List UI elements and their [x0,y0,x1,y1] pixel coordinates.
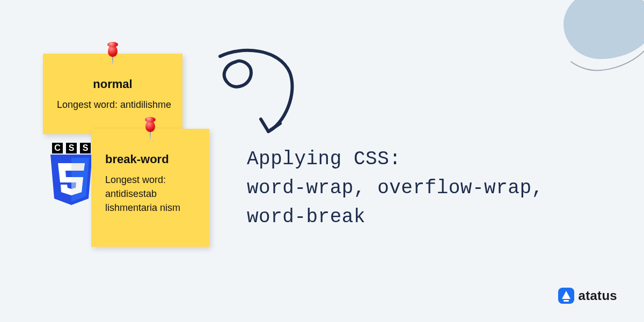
brand-logo-icon [558,288,574,304]
css3-badge: CSS [48,143,94,208]
decorative-blob [553,0,644,70]
note-title: normal [54,77,172,91]
note-body: Longest word: antidisestab lishmentaria … [102,173,199,215]
squiggle-arrow-icon [209,43,317,140]
brand-name: atatus [579,288,618,303]
css3-shield-icon [48,155,94,206]
sticky-notes-group: normal Longest word: antidilishme CSS br… [43,54,225,252]
brand: atatus [558,288,618,304]
headline-line-3: word-break [247,203,544,232]
pushpin-icon [105,42,121,64]
headline: Applying CSS: word-wrap, overflow-wrap, … [247,145,544,232]
headline-line-1: Applying CSS: [247,145,544,174]
sticky-note-normal: normal Longest word: antidilishme [43,54,182,134]
css-label: CSS [48,143,94,153]
sticky-note-break-word: break-word Longest word: antidisestab li… [91,129,209,247]
pushpin-icon [142,117,158,140]
headline-line-2: word-wrap, overflow-wrap, [247,174,544,203]
note-title: break-word [102,152,199,166]
svg-marker-3 [71,163,85,171]
note-body: Longest word: antidilishme [54,98,172,112]
